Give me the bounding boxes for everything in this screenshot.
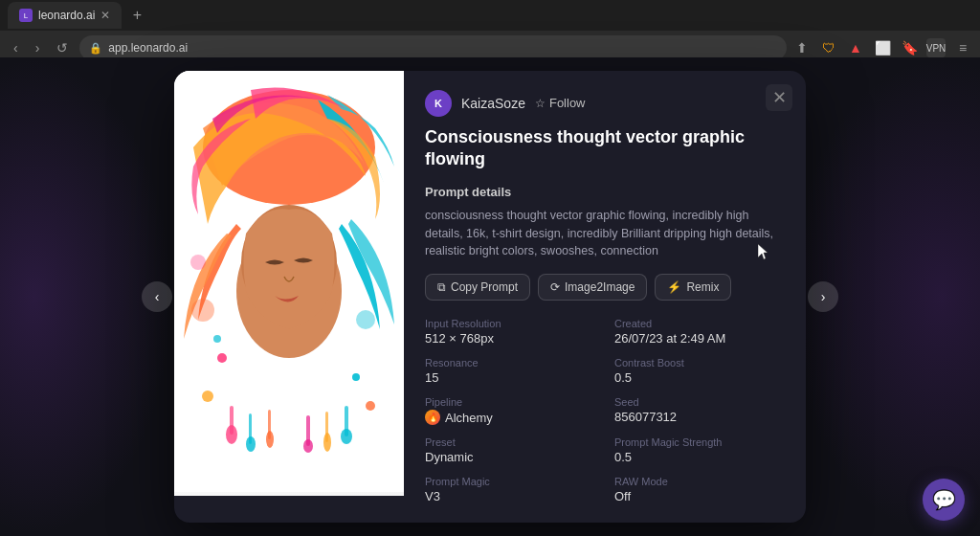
contrast-boost-item: Contrast Boost 0.5 xyxy=(614,357,785,385)
new-tab-button[interactable]: + xyxy=(125,4,148,27)
preset-item: Preset Dynamic xyxy=(425,436,595,464)
follow-star-icon: ☆ xyxy=(535,97,546,110)
extensions-icon[interactable]: ⬜ xyxy=(873,38,892,57)
pipeline-item: Pipeline 🔥 Alchemy xyxy=(425,396,595,425)
svg-rect-14 xyxy=(325,412,328,442)
svg-point-18 xyxy=(202,391,213,402)
svg-point-17 xyxy=(352,373,360,381)
prompt-section-label: Prompt details xyxy=(425,185,785,199)
forward-button[interactable]: › xyxy=(30,36,46,59)
pipeline-value: 🔥 Alchemy xyxy=(425,410,595,425)
svg-rect-12 xyxy=(268,410,271,439)
prompt-magic-strength-item: Prompt Magic Strength 0.5 xyxy=(614,436,785,464)
svg-point-22 xyxy=(356,310,375,329)
created-label: Created xyxy=(614,318,785,329)
prompt-magic-strength-label: Prompt Magic Strength xyxy=(614,436,785,448)
action-buttons: ⧉ Copy Prompt ⟳ Image2Image ⚡ Remix xyxy=(425,274,785,301)
shield-icon[interactable]: 🛡 xyxy=(819,38,838,57)
chat-button[interactable]: 💬 xyxy=(923,479,965,521)
svg-point-19 xyxy=(366,401,375,411)
close-button[interactable]: ✕ xyxy=(766,84,792,111)
preset-label: Preset xyxy=(425,436,595,448)
remix-icon: ⚡ xyxy=(667,280,681,294)
svg-point-23 xyxy=(190,255,206,270)
pipeline-label: Pipeline xyxy=(425,396,595,408)
svg-rect-13 xyxy=(306,415,310,446)
follow-button[interactable]: ☆ Follow xyxy=(535,96,586,110)
svg-point-21 xyxy=(191,299,214,322)
remix-button[interactable]: ⚡ Remix xyxy=(655,274,731,301)
image-title: Consciousness thought vector graphic flo… xyxy=(425,126,785,171)
svg-rect-15 xyxy=(345,406,348,436)
nav-icons: ⬆ 🛡 ▲ ⬜ 🔖 VPN ≡ xyxy=(792,38,972,57)
artwork-image xyxy=(174,71,404,496)
url-text: app.leonardo.ai xyxy=(108,41,188,55)
user-row: K KaizaSoze ☆ Follow xyxy=(425,90,785,117)
reload-button[interactable]: ↺ xyxy=(51,36,74,59)
tab-favicon: L xyxy=(19,9,33,22)
prompt-magic-strength-value: 0.5 xyxy=(614,450,785,464)
tab-label: leonardo.ai xyxy=(38,9,95,22)
created-value: 26/07/23 at 2:49 AM xyxy=(614,331,785,346)
tab-close-icon[interactable]: ✕ xyxy=(100,9,110,22)
page-content: ‹ › xyxy=(0,57,980,536)
back-button[interactable]: ‹ xyxy=(8,36,24,59)
created-item: Created 26/07/23 at 2:49 AM xyxy=(614,318,785,346)
share-icon[interactable]: ⬆ xyxy=(792,38,812,57)
resonance-label: Resonance xyxy=(425,357,595,368)
image2image-button[interactable]: ⟳ Image2Image xyxy=(538,274,647,301)
prompt-magic-label: Prompt Magic xyxy=(425,476,595,487)
raw-mode-label: RAW Mode xyxy=(614,476,785,487)
browser-chrome: L leonardo.ai ✕ + ‹ › ↺ 🔒 app.leonardo.a… xyxy=(0,0,980,57)
details-grid: Input Resolution 512 × 768px Created 26/… xyxy=(425,318,785,503)
alchemy-icon: 🔥 xyxy=(425,410,440,425)
tab-bar: L leonardo.ai ✕ + xyxy=(0,0,980,31)
seed-label: Seed xyxy=(614,396,785,408)
username[interactable]: KaizaSoze xyxy=(461,96,525,111)
image2image-icon: ⟳ xyxy=(550,280,560,294)
seed-item: Seed 856077312 xyxy=(614,396,785,425)
copy-prompt-button[interactable]: ⧉ Copy Prompt xyxy=(425,274,530,301)
input-resolution-value: 512 × 768px xyxy=(425,331,595,346)
prompt-magic-item: Prompt Magic V3 xyxy=(425,476,595,503)
image-detail-modal: ✕ K KaizaSoze ☆ Follow Consciousness tho… xyxy=(174,71,806,523)
svg-rect-11 xyxy=(249,413,252,444)
resonance-value: 15 xyxy=(425,370,595,385)
seed-value: 856077312 xyxy=(614,410,785,424)
prompt-magic-value: V3 xyxy=(425,489,595,503)
copy-icon: ⧉ xyxy=(437,280,446,294)
resonance-item: Resonance 15 xyxy=(425,357,595,385)
input-resolution-label: Input Resolution xyxy=(425,318,595,329)
prev-image-button[interactable]: ‹ xyxy=(142,281,172,312)
active-tab[interactable]: L leonardo.ai ✕ xyxy=(8,2,122,29)
contrast-boost-value: 0.5 xyxy=(614,370,785,385)
bookmark-icon[interactable]: 🔖 xyxy=(900,38,919,57)
alert-icon[interactable]: ▲ xyxy=(846,38,865,57)
input-resolution-item: Input Resolution 512 × 768px xyxy=(425,318,595,346)
svg-point-16 xyxy=(217,353,227,363)
prompt-text: consciousness thought vector graphic flo… xyxy=(425,207,785,260)
user-avatar: K xyxy=(425,90,452,117)
lock-icon: 🔒 xyxy=(89,42,102,55)
vpn-icon[interactable]: VPN xyxy=(926,38,946,57)
svg-point-20 xyxy=(213,335,221,343)
next-image-button[interactable]: › xyxy=(808,281,838,312)
info-panel: ✕ K KaizaSoze ☆ Follow Consciousness tho… xyxy=(404,71,806,523)
chat-icon: 💬 xyxy=(932,488,956,511)
raw-mode-item: RAW Mode Off xyxy=(614,476,785,503)
raw-mode-value: Off xyxy=(614,489,785,503)
contrast-boost-label: Contrast Boost xyxy=(614,357,785,368)
menu-icon[interactable]: ≡ xyxy=(953,38,972,57)
svg-rect-10 xyxy=(230,406,234,435)
preset-value: Dynamic xyxy=(425,450,595,464)
